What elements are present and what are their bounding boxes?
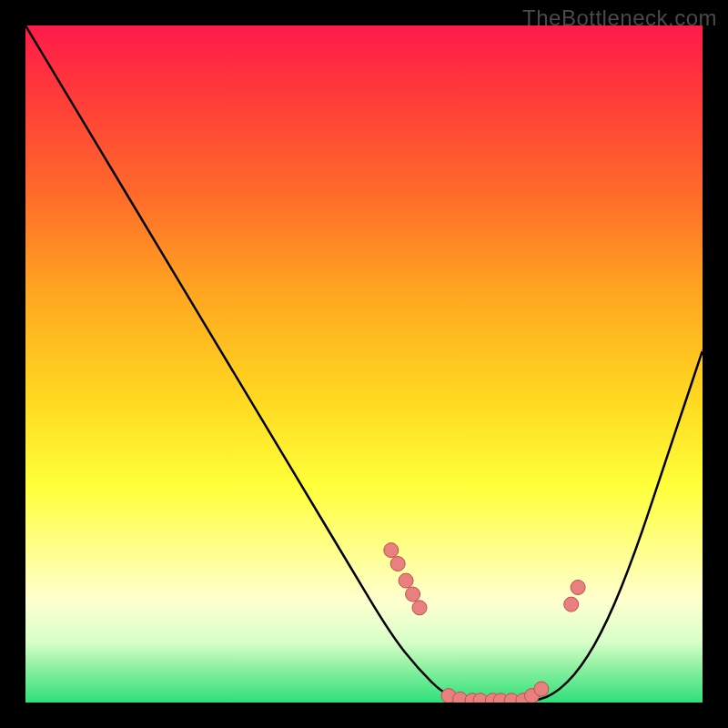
bottleneck-curve — [25, 25, 703, 703]
plot-area — [25, 25, 703, 703]
highlight-dot — [571, 581, 585, 595]
highlight-dot — [412, 601, 427, 615]
chart-frame: TheBottleneck.com — [0, 0, 728, 728]
highlight-dot — [384, 543, 399, 558]
highlight-dot — [399, 573, 413, 588]
highlight-dots — [384, 543, 585, 703]
curve-layer — [25, 25, 703, 703]
highlight-dot — [406, 587, 420, 602]
highlight-dot — [390, 557, 405, 571]
highlight-dot — [534, 682, 549, 696]
highlight-dot — [564, 597, 579, 612]
